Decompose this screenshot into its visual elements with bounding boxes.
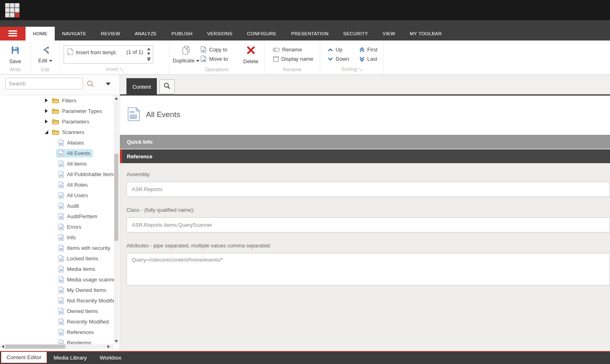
insert-from-template-item[interactable]: Insert from templ.: [67, 48, 117, 56]
first-button[interactable]: First: [359, 45, 377, 54]
tree-item-label: Parameters: [62, 119, 89, 125]
app-tab-content-editor[interactable]: Content Editor: [1, 352, 47, 363]
sorting-firstlast-buttons: First Last: [359, 45, 377, 63]
tree-item-filters[interactable]: Filters: [0, 95, 114, 106]
insert-gallery[interactable]: Insert from templ. (1 of 1): [64, 45, 153, 64]
tab-content[interactable]: Content: [126, 78, 157, 96]
copy-to-button[interactable]: Copy to: [200, 45, 228, 54]
tree-vertical-scrollbar[interactable]: [114, 95, 119, 344]
tree-horizontal-scrollbar[interactable]: [0, 344, 114, 349]
tree-item-parameters[interactable]: Parameters: [0, 116, 114, 127]
tree-item-owned-items[interactable]: Owned Items: [0, 306, 114, 316]
tree-item-label: Rendering: [67, 340, 91, 345]
tree-item-locked-items[interactable]: Locked Items: [0, 253, 114, 264]
ribbon-tab-navigate[interactable]: NAVIGATE: [55, 27, 94, 40]
field-input-class-fully-qualified-name[interactable]: [126, 217, 610, 232]
ribbon-tab-view[interactable]: VIEW: [375, 27, 402, 40]
scroll-left-icon[interactable]: [0, 344, 6, 349]
tree-item-all-users[interactable]: All Users: [0, 190, 114, 200]
display-name-label: Display name: [281, 56, 313, 62]
expand-closed-icon[interactable]: [43, 98, 49, 102]
section-quick-info[interactable]: Quick Info: [120, 135, 610, 149]
scroll-up-icon[interactable]: [114, 95, 119, 101]
search-input[interactable]: [5, 78, 83, 89]
duplicate-icon: [181, 45, 191, 57]
move-to-button[interactable]: Move to: [200, 55, 228, 63]
tree-item-not-recently-modified[interactable]: Not Recently Modified: [0, 295, 114, 306]
horizontal-scroll-thumb[interactable]: [5, 345, 65, 349]
tab-search[interactable]: [159, 79, 175, 94]
rename-button[interactable]: Rename: [273, 45, 313, 54]
document-icon: [58, 192, 64, 199]
scroll-right-icon[interactable]: [106, 344, 111, 349]
save-button[interactable]: Save: [9, 40, 21, 64]
ribbon-tab-analyze[interactable]: ANALYZE: [128, 27, 164, 40]
tree-item-all-events[interactable]: All Events: [0, 148, 114, 158]
display-name-button[interactable]: Display name: [273, 55, 313, 63]
tree-item-label: Parameter Types: [62, 108, 102, 114]
up-button[interactable]: Up: [327, 45, 349, 54]
tree-item-all-roles[interactable]: All Roles: [0, 179, 114, 190]
tree-item-media-items[interactable]: Media items: [0, 264, 114, 274]
tree-item-recently-modified[interactable]: Recently Modified: [0, 316, 114, 327]
ribbon-tab-review[interactable]: REVIEW: [94, 27, 128, 40]
ribbon-tab-presentation[interactable]: PRESENTATION: [284, 27, 336, 40]
document-icon: [58, 297, 64, 304]
expand-closed-icon[interactable]: [43, 109, 49, 113]
dialog-launcher-icon[interactable]: [120, 67, 123, 72]
move-to-icon: [200, 55, 207, 62]
delete-button[interactable]: Delete: [243, 40, 259, 64]
field-input-assembly[interactable]: [126, 182, 610, 197]
edit-button[interactable]: Edit: [38, 40, 52, 64]
tree-item-media-usage-scanner[interactable]: Media usage scanner: [0, 274, 114, 285]
tree-item-items-with-security[interactable]: Items with security: [0, 243, 114, 253]
spinner-down-icon[interactable]: [147, 53, 150, 55]
edit-button-label: Edit: [38, 57, 52, 64]
search-icon[interactable]: [87, 80, 94, 89]
tree-item-rendering[interactable]: Rendering: [0, 337, 114, 344]
tree-item-all-publishable-items[interactable]: All Publishable Items: [0, 169, 114, 179]
ribbon-group-insert: Insert from templ. (1 of 1) Insert: [60, 40, 169, 74]
scroll-down-icon[interactable]: [114, 338, 119, 344]
ribbon-tab-versions[interactable]: VERSIONS: [200, 27, 240, 40]
hamburger-menu-button[interactable]: [0, 27, 26, 40]
ribbon-tab-home[interactable]: HOME: [26, 27, 55, 40]
tree-item-label: All Publishable Items: [67, 171, 114, 177]
sitecore-logo-icon[interactable]: [5, 3, 20, 18]
ribbon-tab-my-toolbar[interactable]: MY TOOLBAR: [402, 27, 449, 40]
field-input-attributes-pipe-separated-multiple-values-comma-separated[interactable]: [126, 253, 610, 285]
gallery-spinner: [146, 47, 152, 62]
spinner-up-icon[interactable]: [147, 48, 150, 50]
expand-open-icon[interactable]: [43, 130, 49, 134]
tree-item-my-owned-items[interactable]: My Owned Items: [0, 285, 114, 295]
tree-item-auditperitem[interactable]: AuditPerItem: [0, 211, 114, 221]
expand-closed-icon[interactable]: [43, 119, 49, 123]
tree-item-aliases[interactable]: Aliases: [0, 137, 114, 148]
app-tab-workbox[interactable]: Workbox: [93, 352, 128, 364]
app-tab-media-library[interactable]: Media Library: [47, 352, 93, 364]
down-button[interactable]: Down: [327, 55, 349, 63]
duplicate-button[interactable]: Duplicate: [173, 40, 199, 64]
group-label-write: Write: [0, 67, 30, 72]
ribbon-tab-configure[interactable]: CONFIGURE: [240, 27, 284, 40]
dialog-launcher-icon[interactable]: [359, 67, 362, 72]
last-button[interactable]: Last: [359, 55, 377, 63]
tree-item-references[interactable]: References: [0, 327, 114, 337]
spinner-more-icon[interactable]: [147, 57, 151, 61]
tree-item-info[interactable]: Info: [0, 232, 114, 243]
section-reference[interactable]: Reference: [120, 149, 610, 163]
document-icon: [58, 287, 64, 294]
ribbon-tab-publish[interactable]: PUBLISH: [164, 27, 200, 40]
search-options-chevron-icon[interactable]: [106, 83, 111, 85]
tree-item-errors[interactable]: Errors: [0, 221, 114, 232]
tree-item-audit[interactable]: Audit: [0, 200, 114, 211]
ribbon-group-operations: Duplicate Copy to Move to: [169, 40, 265, 74]
tree-item-all-items[interactable]: All items: [0, 158, 114, 169]
tree-item-label: Filters: [62, 98, 76, 104]
rename-icon: [273, 47, 280, 52]
ribbon-tab-security[interactable]: SECURITY: [336, 27, 375, 40]
tree-item-label: Media items: [67, 266, 95, 272]
tree-item-scanners[interactable]: Scanners: [0, 127, 114, 137]
tree-item-parameter-types[interactable]: Parameter Types: [0, 106, 114, 116]
vertical-scroll-thumb[interactable]: [114, 154, 118, 241]
